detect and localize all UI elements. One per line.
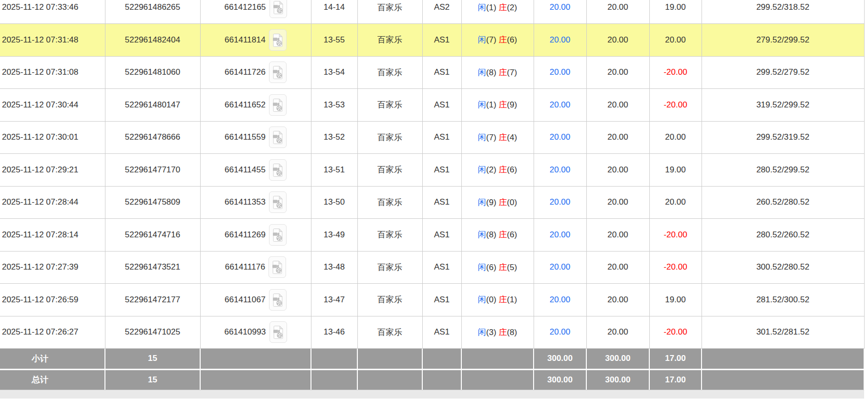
valid-bet-link[interactable]: 20.00: [550, 100, 571, 109]
cell-order-no: 522961471025: [105, 316, 200, 349]
player-label: 闲: [478, 165, 486, 174]
bet-time-text: 2025-11-12 07:26:59: [2, 295, 79, 304]
table-row[interactable]: 2025-11-12 07:26:27522961471025661410993…: [0, 316, 864, 349]
table-row[interactable]: 2025-11-12 07:28:14522961474716661411269…: [0, 219, 864, 252]
valid-bet-link[interactable]: 20.00: [550, 132, 571, 142]
valid-bet-link[interactable]: 20.00: [550, 165, 571, 174]
balance-text: 319.52/299.52: [756, 100, 809, 109]
game-no-text: 661411559: [225, 132, 266, 142]
valid-bet-link[interactable]: 20.00: [550, 295, 571, 304]
game-no-text: 661411176: [225, 262, 266, 272]
player-label: 闲: [478, 68, 486, 77]
cell-balance: 299.52/279.52: [702, 56, 864, 89]
subtotal-row: 小计 15 300.00 300.00 17.00: [0, 349, 864, 369]
cell-bet-amount: 20.00: [586, 89, 649, 122]
balance-text: 279.52/299.52: [756, 35, 809, 44]
total-win-loss: 17.00: [649, 369, 702, 390]
video-replay-button[interactable]: [269, 289, 287, 311]
video-replay-button[interactable]: [269, 159, 287, 181]
round-no-text: 13-47: [324, 295, 345, 304]
table-row[interactable]: 2025-11-12 07:29:21522961477170661411455…: [0, 154, 864, 187]
cell-result: 闲(1) 庄(9): [461, 89, 534, 122]
valid-bet-link[interactable]: 20.00: [550, 197, 571, 207]
summary-table: 小计 15 300.00 300.00 17.00 总计 15: [0, 349, 865, 390]
banker-count: (7): [507, 68, 517, 77]
total-empty-cell: [422, 369, 461, 390]
table-row[interactable]: 2025-11-12 07:28:44522961475809661411353…: [0, 186, 864, 219]
order-no-text: 522961486265: [125, 2, 180, 12]
cell-valid-bet: 20.00: [534, 56, 586, 89]
table-row[interactable]: 2025-11-12 07:27:39522961473521661411176…: [0, 251, 864, 284]
table-row[interactable]: 2025-11-12 07:33:46522961486265661412165…: [0, 0, 864, 24]
cell-game-name: 百家乐: [357, 56, 422, 89]
video-replay-button[interactable]: [269, 0, 287, 18]
banker-count: (5): [507, 263, 517, 272]
video-file-icon: [272, 33, 283, 47]
video-replay-button[interactable]: [269, 191, 287, 213]
cell-bet-amount: 20.00: [586, 186, 649, 219]
win-loss-text: 19.00: [665, 295, 686, 304]
banker-label: 庄: [498, 230, 507, 239]
game-no-text: 661411814: [225, 35, 266, 45]
cell-bet-amount: 20.00: [586, 251, 649, 284]
valid-bet-link[interactable]: 20.00: [550, 35, 571, 44]
cell-bet-time: 2025-11-12 07:28:14: [0, 219, 105, 252]
cell-result: 闲(0) 庄(1): [461, 284, 534, 316]
order-no-text: 522961473521: [125, 262, 180, 272]
valid-bet-link[interactable]: 20.00: [550, 327, 571, 336]
video-replay-button[interactable]: [269, 256, 286, 278]
player-label: 闲: [478, 3, 486, 12]
order-no-text: 522961482404: [125, 35, 180, 44]
cell-game-name: 百家乐: [357, 251, 422, 284]
cell-valid-bet: 20.00: [534, 121, 586, 154]
bet-time-text: 2025-11-12 07:31:08: [2, 67, 79, 77]
cell-bet-time: 2025-11-12 07:31:08: [0, 56, 105, 89]
cell-bet-amount: 20.00: [586, 154, 649, 187]
video-replay-button[interactable]: [269, 62, 287, 83]
valid-bet-link[interactable]: 20.00: [550, 67, 571, 77]
banker-count: (4): [507, 133, 517, 142]
cell-game-no: 661412165: [200, 0, 311, 24]
total-empty-cell: [461, 369, 534, 390]
video-file-icon: [272, 195, 283, 209]
cell-order-no: 522961482404: [105, 24, 200, 57]
valid-bet-link[interactable]: 20.00: [550, 2, 571, 12]
table-row[interactable]: 2025-11-12 07:31:08522961481060661411726…: [0, 56, 864, 89]
table-no-text: AS1: [434, 35, 450, 44]
cell-win-loss: -20.00: [649, 251, 702, 284]
cell-round-no: 13-50: [311, 186, 357, 219]
banker-count: (1): [507, 295, 517, 304]
video-replay-button[interactable]: [269, 94, 287, 116]
valid-bet-link[interactable]: 20.00: [550, 230, 571, 239]
table-row[interactable]: 2025-11-12 07:31:48522961482404661411814…: [0, 24, 864, 57]
table-row[interactable]: 2025-11-12 07:30:01522961478666661411559…: [0, 121, 864, 154]
game-name-text: 百家乐: [377, 3, 402, 12]
cell-balance: 260.52/280.52: [702, 186, 864, 219]
game-no-text: 661412165: [224, 2, 266, 12]
cell-balance: 280.52/260.52: [702, 219, 864, 252]
cell-round-no: 13-49: [311, 219, 357, 252]
cell-result: 闲(7) 庄(4): [461, 121, 534, 154]
video-replay-button[interactable]: [269, 29, 287, 51]
cell-bet-time: 2025-11-12 07:33:46: [0, 0, 105, 24]
banker-label: 庄: [498, 198, 507, 207]
cell-bet-time: 2025-11-12 07:26:59: [0, 284, 105, 316]
video-replay-button[interactable]: [269, 126, 287, 148]
table-row[interactable]: 2025-11-12 07:30:44522961480147661411652…: [0, 89, 864, 122]
cell-game-name: 百家乐: [357, 89, 422, 122]
game-name-text: 百家乐: [377, 328, 402, 337]
cell-win-loss: 20.00: [649, 121, 702, 154]
cell-table-no: AS2: [422, 0, 461, 24]
table-no-text: AS1: [434, 327, 450, 336]
banker-count: (8): [507, 328, 517, 337]
video-replay-button[interactable]: [269, 224, 287, 246]
video-file-icon: [272, 293, 283, 307]
cell-game-name: 百家乐: [357, 284, 422, 316]
cell-game-no: 661411559: [200, 121, 311, 154]
table-row[interactable]: 2025-11-12 07:26:59522961472177661411067…: [0, 284, 864, 316]
cell-table-no: AS1: [422, 219, 461, 252]
valid-bet-link[interactable]: 20.00: [550, 262, 571, 272]
total-label: 总计: [0, 369, 105, 390]
cell-round-no: 13-54: [311, 56, 357, 89]
video-replay-button[interactable]: [269, 321, 287, 343]
